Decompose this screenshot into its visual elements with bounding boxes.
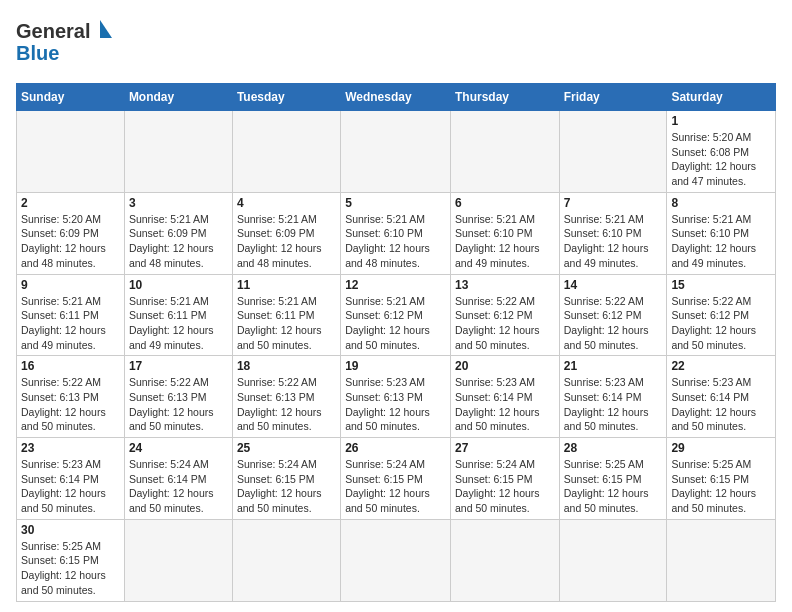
calendar-cell: 21Sunrise: 5:23 AM Sunset: 6:14 PM Dayli… bbox=[559, 356, 667, 438]
calendar-cell: 23Sunrise: 5:23 AM Sunset: 6:14 PM Dayli… bbox=[17, 438, 125, 520]
day-number: 22 bbox=[671, 359, 771, 373]
day-info: Sunrise: 5:21 AM Sunset: 6:10 PM Dayligh… bbox=[564, 212, 663, 271]
calendar-cell: 17Sunrise: 5:22 AM Sunset: 6:13 PM Dayli… bbox=[124, 356, 232, 438]
day-number: 10 bbox=[129, 278, 228, 292]
day-number: 3 bbox=[129, 196, 228, 210]
day-number: 20 bbox=[455, 359, 555, 373]
day-number: 13 bbox=[455, 278, 555, 292]
day-number: 6 bbox=[455, 196, 555, 210]
generalblue-logo: GeneralBlue bbox=[16, 16, 126, 71]
calendar-cell: 29Sunrise: 5:25 AM Sunset: 6:15 PM Dayli… bbox=[667, 438, 776, 520]
day-info: Sunrise: 5:22 AM Sunset: 6:13 PM Dayligh… bbox=[129, 375, 228, 434]
calendar-cell bbox=[341, 111, 451, 193]
svg-marker-1 bbox=[100, 20, 112, 38]
calendar-cell: 20Sunrise: 5:23 AM Sunset: 6:14 PM Dayli… bbox=[450, 356, 559, 438]
calendar-cell: 13Sunrise: 5:22 AM Sunset: 6:12 PM Dayli… bbox=[450, 274, 559, 356]
day-info: Sunrise: 5:21 AM Sunset: 6:11 PM Dayligh… bbox=[237, 294, 336, 353]
calendar-cell bbox=[450, 111, 559, 193]
day-info: Sunrise: 5:23 AM Sunset: 6:14 PM Dayligh… bbox=[455, 375, 555, 434]
calendar-cell: 30Sunrise: 5:25 AM Sunset: 6:15 PM Dayli… bbox=[17, 519, 125, 601]
calendar-cell: 4Sunrise: 5:21 AM Sunset: 6:09 PM Daylig… bbox=[232, 192, 340, 274]
logo: GeneralBlue bbox=[16, 16, 126, 71]
day-number: 26 bbox=[345, 441, 446, 455]
day-number: 5 bbox=[345, 196, 446, 210]
day-info: Sunrise: 5:23 AM Sunset: 6:14 PM Dayligh… bbox=[21, 457, 120, 516]
calendar-weekday-tuesday: Tuesday bbox=[232, 84, 340, 111]
day-info: Sunrise: 5:25 AM Sunset: 6:15 PM Dayligh… bbox=[21, 539, 120, 598]
day-number: 21 bbox=[564, 359, 663, 373]
day-number: 2 bbox=[21, 196, 120, 210]
calendar-cell: 15Sunrise: 5:22 AM Sunset: 6:12 PM Dayli… bbox=[667, 274, 776, 356]
day-number: 15 bbox=[671, 278, 771, 292]
calendar-cell bbox=[124, 519, 232, 601]
calendar-cell: 1Sunrise: 5:20 AM Sunset: 6:08 PM Daylig… bbox=[667, 111, 776, 193]
day-number: 28 bbox=[564, 441, 663, 455]
day-number: 19 bbox=[345, 359, 446, 373]
calendar-week-5: 23Sunrise: 5:23 AM Sunset: 6:14 PM Dayli… bbox=[17, 438, 776, 520]
calendar-cell: 14Sunrise: 5:22 AM Sunset: 6:12 PM Dayli… bbox=[559, 274, 667, 356]
calendar-table: SundayMondayTuesdayWednesdayThursdayFrid… bbox=[16, 83, 776, 602]
day-number: 18 bbox=[237, 359, 336, 373]
day-info: Sunrise: 5:25 AM Sunset: 6:15 PM Dayligh… bbox=[671, 457, 771, 516]
calendar-cell: 10Sunrise: 5:21 AM Sunset: 6:11 PM Dayli… bbox=[124, 274, 232, 356]
calendar-cell: 22Sunrise: 5:23 AM Sunset: 6:14 PM Dayli… bbox=[667, 356, 776, 438]
calendar-weekday-friday: Friday bbox=[559, 84, 667, 111]
calendar-cell bbox=[559, 111, 667, 193]
calendar-cell: 12Sunrise: 5:21 AM Sunset: 6:12 PM Dayli… bbox=[341, 274, 451, 356]
day-info: Sunrise: 5:22 AM Sunset: 6:12 PM Dayligh… bbox=[455, 294, 555, 353]
day-info: Sunrise: 5:21 AM Sunset: 6:09 PM Dayligh… bbox=[237, 212, 336, 271]
day-number: 25 bbox=[237, 441, 336, 455]
calendar-cell: 27Sunrise: 5:24 AM Sunset: 6:15 PM Dayli… bbox=[450, 438, 559, 520]
day-info: Sunrise: 5:22 AM Sunset: 6:12 PM Dayligh… bbox=[564, 294, 663, 353]
calendar-cell bbox=[341, 519, 451, 601]
day-info: Sunrise: 5:21 AM Sunset: 6:09 PM Dayligh… bbox=[129, 212, 228, 271]
day-number: 29 bbox=[671, 441, 771, 455]
day-number: 9 bbox=[21, 278, 120, 292]
calendar-cell: 26Sunrise: 5:24 AM Sunset: 6:15 PM Dayli… bbox=[341, 438, 451, 520]
svg-text:General: General bbox=[16, 20, 90, 42]
day-number: 1 bbox=[671, 114, 771, 128]
day-info: Sunrise: 5:24 AM Sunset: 6:15 PM Dayligh… bbox=[455, 457, 555, 516]
day-info: Sunrise: 5:22 AM Sunset: 6:12 PM Dayligh… bbox=[671, 294, 771, 353]
day-number: 11 bbox=[237, 278, 336, 292]
calendar-cell: 2Sunrise: 5:20 AM Sunset: 6:09 PM Daylig… bbox=[17, 192, 125, 274]
day-info: Sunrise: 5:22 AM Sunset: 6:13 PM Dayligh… bbox=[21, 375, 120, 434]
day-number: 12 bbox=[345, 278, 446, 292]
svg-text:Blue: Blue bbox=[16, 42, 59, 64]
day-info: Sunrise: 5:21 AM Sunset: 6:12 PM Dayligh… bbox=[345, 294, 446, 353]
calendar-weekday-sunday: Sunday bbox=[17, 84, 125, 111]
calendar-weekday-saturday: Saturday bbox=[667, 84, 776, 111]
page-header: GeneralBlue bbox=[16, 16, 776, 71]
day-number: 30 bbox=[21, 523, 120, 537]
day-info: Sunrise: 5:21 AM Sunset: 6:11 PM Dayligh… bbox=[21, 294, 120, 353]
calendar-cell: 8Sunrise: 5:21 AM Sunset: 6:10 PM Daylig… bbox=[667, 192, 776, 274]
calendar-week-4: 16Sunrise: 5:22 AM Sunset: 6:13 PM Dayli… bbox=[17, 356, 776, 438]
calendar-weekday-wednesday: Wednesday bbox=[341, 84, 451, 111]
day-number: 4 bbox=[237, 196, 336, 210]
day-number: 8 bbox=[671, 196, 771, 210]
day-info: Sunrise: 5:21 AM Sunset: 6:11 PM Dayligh… bbox=[129, 294, 228, 353]
day-info: Sunrise: 5:24 AM Sunset: 6:15 PM Dayligh… bbox=[345, 457, 446, 516]
calendar-cell: 28Sunrise: 5:25 AM Sunset: 6:15 PM Dayli… bbox=[559, 438, 667, 520]
day-info: Sunrise: 5:24 AM Sunset: 6:15 PM Dayligh… bbox=[237, 457, 336, 516]
calendar-cell: 3Sunrise: 5:21 AM Sunset: 6:09 PM Daylig… bbox=[124, 192, 232, 274]
day-number: 7 bbox=[564, 196, 663, 210]
day-info: Sunrise: 5:23 AM Sunset: 6:14 PM Dayligh… bbox=[564, 375, 663, 434]
calendar-cell bbox=[232, 519, 340, 601]
calendar-cell: 9Sunrise: 5:21 AM Sunset: 6:11 PM Daylig… bbox=[17, 274, 125, 356]
calendar-weekday-thursday: Thursday bbox=[450, 84, 559, 111]
day-info: Sunrise: 5:21 AM Sunset: 6:10 PM Dayligh… bbox=[345, 212, 446, 271]
calendar-cell bbox=[559, 519, 667, 601]
day-info: Sunrise: 5:23 AM Sunset: 6:13 PM Dayligh… bbox=[345, 375, 446, 434]
day-number: 24 bbox=[129, 441, 228, 455]
day-info: Sunrise: 5:25 AM Sunset: 6:15 PM Dayligh… bbox=[564, 457, 663, 516]
day-info: Sunrise: 5:20 AM Sunset: 6:09 PM Dayligh… bbox=[21, 212, 120, 271]
calendar-cell bbox=[667, 519, 776, 601]
calendar-header-row: SundayMondayTuesdayWednesdayThursdayFrid… bbox=[17, 84, 776, 111]
calendar-week-6: 30Sunrise: 5:25 AM Sunset: 6:15 PM Dayli… bbox=[17, 519, 776, 601]
calendar-weekday-monday: Monday bbox=[124, 84, 232, 111]
day-info: Sunrise: 5:21 AM Sunset: 6:10 PM Dayligh… bbox=[455, 212, 555, 271]
day-number: 23 bbox=[21, 441, 120, 455]
day-info: Sunrise: 5:23 AM Sunset: 6:14 PM Dayligh… bbox=[671, 375, 771, 434]
calendar-cell: 5Sunrise: 5:21 AM Sunset: 6:10 PM Daylig… bbox=[341, 192, 451, 274]
